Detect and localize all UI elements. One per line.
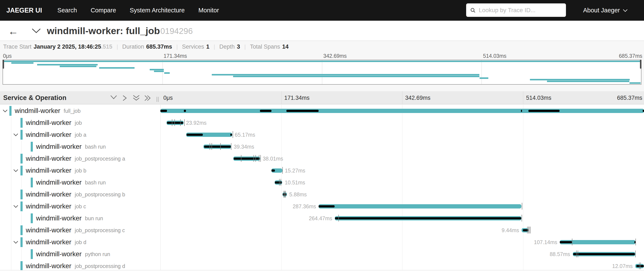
span-log-tick [528,226,529,234]
span-name-wrapper: windmill-workerjob_postprocessing b [26,188,125,200]
span-log-tick [260,155,261,162]
trace-meta-bar: Trace StartJanuary 2 2025, 18:46:25.515|… [3,41,288,52]
nav-item-monitor[interactable]: Monitor [198,7,219,14]
span-service-name: windmill-worker [26,262,72,270]
span-row[interactable]: windmill-workerjob_postprocessing c9.44m… [0,224,644,236]
span-row[interactable]: windmill-workerbun run264.47ms [0,212,644,224]
span-operation-name: job d [75,239,86,246]
span-row[interactable]: windmill-workerjob d107.14ms [0,236,644,248]
span-row[interactable]: windmill-workerbash run39.34ms [0,141,644,153]
span-name-wrapper: windmill-workerjob_postprocessing d [26,260,125,270]
span-log-tick [572,238,572,246]
expand-all-button[interactable] [144,95,151,102]
span-log-tick [172,119,172,126]
span-operation-name: job c [75,204,86,210]
span-duration-label: 10.51ms [285,176,305,188]
span-expand-icon[interactable] [13,133,18,137]
span-row[interactable]: windmill-workerjob c287.36ms [0,200,644,212]
span-color-indicator [20,261,22,270]
span-expand-icon[interactable] [13,205,18,209]
tree-guide-line [11,153,11,164]
collapse-one-button[interactable] [110,95,117,100]
span-duration-label: 15.27ms [285,164,305,176]
span-bar[interactable] [318,204,522,208]
span-row[interactable]: windmill-workerpython run88.57ms [0,248,644,260]
minimap-span-bar [154,70,164,72]
meta-label: Duration [122,44,144,50]
span-row[interactable]: windmill-workerjob_postprocessing a38.01… [0,153,644,164]
collapse-trace-detail-icon[interactable] [32,28,41,34]
tree-guide-line [11,236,11,248]
critical-path-segment [636,265,644,267]
span-log-tick [184,119,185,126]
nav-item-compare[interactable]: Compare [91,7,116,14]
span-log-tick [530,226,530,234]
span-row[interactable]: windmill-workerjob_postprocessing b5.88m… [0,188,644,200]
span-duration-label: 88.57ms [550,248,570,260]
top-nav: JAEGER UI SearchCompareSystem Architectu… [0,0,644,21]
meta-divider: | [214,44,215,50]
nav-item-system-architecture[interactable]: System Architecture [130,7,185,14]
search-icon [470,7,476,14]
span-expand-icon[interactable] [2,109,8,114]
span-row[interactable]: windmill-workerjob a65.17ms [0,129,644,141]
critical-path-segment [186,134,203,136]
span-color-indicator [20,118,22,128]
span-color-indicator [31,249,33,259]
span-expand-icon[interactable] [13,241,18,245]
span-service-name: windmill-worker [36,214,82,222]
meta-value: 14 [282,44,288,50]
trace-id-search-input[interactable] [479,7,562,14]
trace-title: windmill-worker: full_job [47,25,160,36]
span-log-tick [578,250,578,257]
span-bar[interactable] [160,109,644,113]
span-row[interactable]: windmill-workerjob b15.27ms [0,164,644,176]
span-service-name: windmill-worker [26,155,72,162]
critical-path-segment [167,122,183,124]
span-color-indicator [31,142,33,152]
span-operation-name: bash run [85,180,106,186]
minimap-tick-label: 171.34ms [164,53,187,59]
span-log-tick [529,226,530,234]
span-log-tick [338,215,339,222]
meta-label: Trace Start [3,44,32,50]
span-row[interactable]: windmill-workerfull_job [0,105,644,117]
app-logo[interactable]: JAEGER UI [6,6,42,14]
minimap-canvas[interactable] [2,60,642,85]
critical-path-segment [643,110,644,112]
column-resizer[interactable] [156,97,159,102]
span-name-wrapper: windmill-workerjob [26,117,82,129]
span-row[interactable]: windmill-workerjob23.92ms [0,117,644,129]
span-log-tick [635,250,636,257]
span-log-tick [281,179,281,186]
span-name-wrapper: windmill-workerpython run [36,248,110,260]
tree-guide-line [11,248,11,260]
timeline-gridline [281,91,282,104]
nav-item-search[interactable]: Search [57,7,77,14]
collapse-all-button[interactable] [133,95,140,102]
span-row[interactable]: windmill-workerjob_postprocessing d12.07… [0,260,644,270]
about-jaeger-menu[interactable]: About Jaeger [583,0,628,21]
span-color-indicator [20,190,22,199]
span-operation-name: full_job [64,108,80,114]
minimap-scrubber-left[interactable] [2,60,4,69]
span-service-name: windmill-worker [36,179,82,186]
span-service-name: windmill-worker [26,238,72,246]
minimap-scrubber-right[interactable] [640,60,642,69]
span-row[interactable]: windmill-workerbash run10.51ms [0,176,644,188]
span-expand-icon[interactable] [13,169,18,173]
tree-guide-line [11,260,11,270]
trace-id-lookup[interactable] [466,4,566,17]
span-operation-name: bun run [85,215,103,222]
minimap-span-bar [150,69,164,70]
span-log-tick [522,215,522,222]
expand-one-button[interactable] [122,95,127,102]
critical-path-segment [573,253,635,255]
back-button[interactable]: ← [8,25,18,37]
span-log-tick [640,262,641,269]
span-duration-label: 23.92ms [186,117,207,129]
span-log-tick [284,191,284,198]
jaeger-trace-page: JAEGER UI SearchCompareSystem Architectu… [0,0,644,278]
critical-path-segment [560,241,572,243]
span-operation-name: job_postprocessing b [75,192,125,198]
